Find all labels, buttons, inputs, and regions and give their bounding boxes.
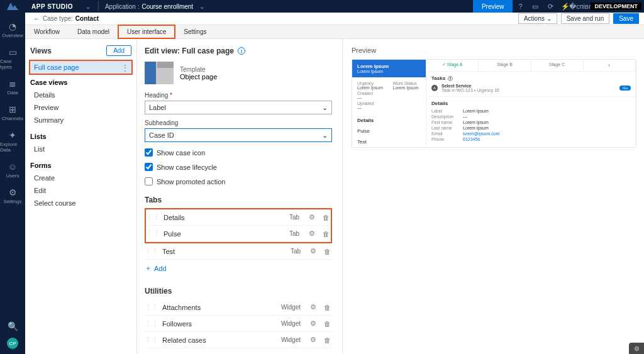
editor-panel: Edit view: Full case page i Template Obj… (137, 39, 342, 354)
tab-workflow[interactable]: Workflow (25, 25, 69, 38)
left-rail: ◔Overview ▭Case types ≣Data ⊞Channels ✦E… (0, 13, 25, 354)
gear-icon[interactable]: ⚙ (307, 230, 317, 238)
info-icon[interactable]: i (448, 76, 453, 81)
footer-gear-icon[interactable]: ⚙ (629, 343, 644, 354)
channels-icon: ⊞ (9, 104, 16, 114)
rail-explore-data[interactable]: ✦Explore Data (0, 126, 25, 158)
rail-overview[interactable]: ◔Overview (0, 18, 25, 43)
preview-frame: Lorem Ipsum Lorem Ipsum UrgencyLorem Ips… (352, 59, 636, 148)
info-icon[interactable]: i (238, 47, 245, 55)
delete-icon[interactable]: 🗑 (322, 320, 332, 328)
view-preview[interactable]: Preview (30, 101, 131, 114)
rail-case-types[interactable]: ▭Case types (0, 43, 25, 75)
gear-icon[interactable]: ⚙ (308, 336, 318, 344)
tab-user-interface[interactable]: User interface (118, 25, 175, 38)
app-name: APP STUDIO (25, 3, 79, 10)
pega-logo[interactable] (0, 0, 25, 13)
actions-button[interactable]: Actions⌄ (518, 13, 557, 24)
delete-icon[interactable]: 🗑 (322, 304, 332, 311)
preview-tasks: Tasks i A Select Service Task in WO-123 … (426, 72, 636, 97)
section-case-views: Case views (30, 79, 131, 86)
tabs-section-title: Tabs (145, 196, 332, 204)
view-list[interactable]: List (30, 143, 131, 155)
save-button[interactable]: Save (613, 13, 639, 24)
preview-meta: UrgencyLorem Ipsum Work StatusLorem Ipsu… (352, 77, 426, 115)
rail-data[interactable]: ≣Data (0, 75, 25, 101)
heading-select[interactable]: Label⌄ (145, 101, 332, 114)
delete-icon[interactable]: 🗑 (322, 336, 332, 344)
case-types-icon: ▭ (9, 47, 17, 57)
views-title: Views (30, 47, 52, 55)
back-button[interactable]: ← (30, 15, 43, 22)
utility-row-related-cases[interactable]: ⋮⋮ Related cases Widget ⚙ 🗑 (145, 332, 332, 348)
help-icon[interactable]: ? (513, 0, 528, 13)
show-promoted-action-checkbox[interactable]: Show promoted action (145, 177, 332, 185)
view-create[interactable]: Create (30, 172, 131, 184)
view-select-course[interactable]: Select course (30, 197, 131, 209)
view-summary[interactable]: Summary (30, 114, 131, 126)
application-value[interactable]: Course enrollment (139, 3, 193, 10)
drag-handle-icon[interactable]: ⋮⋮ (146, 230, 160, 238)
preview-nav-pulse[interactable]: Pulse (352, 126, 426, 136)
avatar[interactable]: CP (7, 338, 18, 349)
subheading-select[interactable]: Case ID⌄ (145, 128, 332, 142)
preview-stage-b[interactable]: Stage B (479, 60, 531, 71)
drag-handle-icon[interactable]: ⋮⋮ (145, 247, 158, 255)
rail-channels[interactable]: ⊞Channels (0, 101, 25, 126)
delete-icon[interactable]: 🗑 (321, 214, 331, 221)
tab-row-details[interactable]: ⋮⋮ Details Tab ⚙ 🗑 (146, 209, 331, 226)
tab-settings[interactable]: Settings (175, 25, 215, 38)
preview-stage-c[interactable]: Stage C (531, 60, 584, 71)
go-button[interactable]: Go (619, 86, 631, 91)
case-bar: ← Case type: Contact Actions⌄ Save and r… (25, 13, 644, 25)
drag-handle-icon[interactable]: ⋮⋮ (145, 336, 158, 344)
rail-users[interactable]: ☺Users (0, 158, 25, 184)
views-sidebar: Views Add Full case page ⋮ Case views De… (25, 39, 137, 354)
rail-settings[interactable]: ⚙Settings (0, 184, 25, 209)
tab-data-model[interactable]: Data model (69, 25, 118, 38)
view-details[interactable]: Details (30, 89, 131, 101)
gear-icon[interactable]: ⚙ (308, 247, 318, 255)
gear-icon[interactable]: ⚙ (308, 303, 318, 311)
subheading-label: Subheading (145, 119, 332, 126)
tab-row-pulse[interactable]: ⋮⋮ Pulse Tab ⚙ 🗑 (146, 226, 331, 242)
refresh-icon[interactable]: ⟳ (543, 0, 558, 13)
search-icon[interactable]: 🔍 (8, 321, 18, 331)
share-icon[interactable]: �співп (573, 0, 588, 13)
delete-icon[interactable]: 🗑 (322, 248, 332, 255)
view-edit[interactable]: Edit (30, 184, 131, 197)
utility-row-followers[interactable]: ⋮⋮ Followers Widget ⚙ 🗑 (145, 316, 332, 332)
chevron-down-icon: ⌄ (322, 104, 328, 112)
delete-icon[interactable]: 🗑 (321, 230, 331, 238)
gear-icon[interactable]: ⚙ (308, 319, 318, 328)
template-label: Template (180, 66, 217, 73)
utility-row-attachments[interactable]: ⋮⋮ Attachments Widget ⚙ 🗑 (145, 299, 332, 316)
app-switcher-chevron-icon[interactable]: ⌄ (79, 3, 97, 10)
preview-stage-add[interactable]: ＋ (584, 60, 636, 71)
drag-handle-icon[interactable]: ⋮⋮ (145, 303, 158, 311)
monitor-icon[interactable]: ▭ (528, 0, 543, 13)
drag-handle-icon[interactable]: ⋮⋮ (146, 213, 160, 221)
editor-title: Edit view: Full case page i (145, 47, 332, 55)
tab-row-test[interactable]: ⋮⋮ Test Tab ⚙ 🗑 (145, 243, 332, 260)
save-and-run-button[interactable]: Save and run (561, 13, 610, 24)
users-icon: ☺ (8, 162, 17, 172)
template-thumbnail[interactable] (145, 62, 174, 84)
add-utility-link[interactable]: ＋ Add (145, 348, 167, 354)
env-badge: DEVELOPMENT (591, 3, 641, 10)
add-view-button[interactable]: Add (106, 45, 131, 56)
show-case-icon-checkbox[interactable]: Show case icon (145, 148, 332, 157)
main: Views Add Full case page ⋮ Case views De… (25, 39, 644, 354)
show-case-lifecycle-checkbox[interactable]: Show case lifecycle (145, 163, 332, 171)
preview-stages: Stage A Stage B Stage C ＋ (426, 60, 636, 72)
application-chevron-icon[interactable]: ⌄ (193, 3, 211, 10)
preview-button[interactable]: Preview (473, 0, 513, 13)
preview-nav-details[interactable]: Details (352, 115, 426, 126)
add-tab-link[interactable]: ＋ Add (145, 260, 167, 277)
preview-task-row[interactable]: A Select Service Task in WO-123 • Urgenc… (431, 84, 631, 92)
view-item-menu-icon[interactable]: ⋮ (119, 64, 131, 72)
drag-handle-icon[interactable]: ⋮⋮ (145, 319, 158, 328)
preview-stage-a[interactable]: Stage A (426, 60, 479, 71)
preview-nav-test[interactable]: Test (352, 136, 426, 147)
gear-icon[interactable]: ⚙ (307, 213, 317, 221)
